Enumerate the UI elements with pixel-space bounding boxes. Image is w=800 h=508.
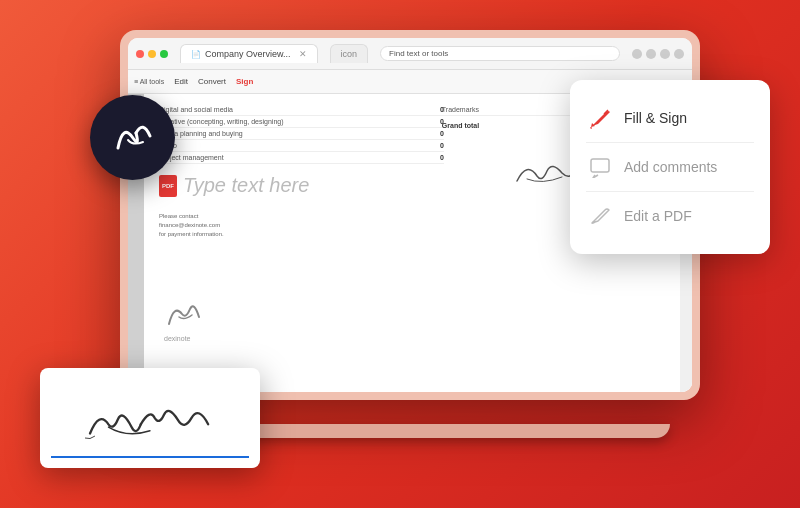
toolbar-all-tools[interactable]: ≡ All tools	[134, 78, 164, 85]
browser-actions	[632, 49, 684, 59]
edit-pdf-label: Edit a PDF	[624, 208, 692, 224]
table-row: Project management 0	[159, 152, 444, 164]
edit-pdf-icon	[589, 205, 611, 227]
toolbar-convert[interactable]: Convert	[198, 77, 226, 86]
fill-sign-icon	[588, 106, 612, 130]
table-row: Video 0	[159, 140, 444, 152]
popup-divider-1	[586, 142, 754, 143]
table-row: Media planning and buying 0	[159, 128, 444, 140]
contact-info: Please contactfinance@dexinote.comfor pa…	[159, 212, 392, 239]
browser-tab-secondary[interactable]: icon	[330, 44, 369, 63]
browser-action-icon[interactable]	[632, 49, 642, 59]
comment-icon	[589, 156, 611, 178]
grand-total-label: Grand total	[442, 122, 479, 129]
add-comments-label: Add comments	[624, 159, 717, 175]
signature-handwriting-icon	[70, 392, 230, 452]
fill-sign-popup: Fill & Sign Add comments Edit a PDF	[570, 80, 770, 254]
svg-rect-0	[591, 159, 609, 172]
type-text-placeholder: Type text here	[183, 174, 309, 197]
brand-logo-area: dexinote	[164, 299, 204, 342]
browser-action-icon[interactable]	[646, 49, 656, 59]
doc-table: Digital and social media 0 Creative (con…	[159, 104, 444, 164]
acrobat-badge	[90, 95, 175, 180]
browser-chrome: 📄 Company Overview... ✕ icon Find text o…	[128, 38, 692, 70]
browser-close-dot	[136, 50, 144, 58]
browser-tab-active[interactable]: 📄 Company Overview... ✕	[180, 44, 318, 63]
popup-edit-pdf[interactable]: Edit a PDF	[586, 194, 754, 238]
browser-max-dot	[160, 50, 168, 58]
browser-action-icon[interactable]	[674, 49, 684, 59]
browser-min-dot	[148, 50, 156, 58]
fill-sign-label: Fill & Sign	[624, 110, 687, 126]
popup-divider-2	[586, 191, 754, 192]
signature-card-inner	[51, 378, 249, 458]
toolbar-sign[interactable]: Sign	[236, 77, 253, 86]
toolbar-edit[interactable]: Edit	[174, 77, 188, 86]
comment-icon-wrapper	[586, 153, 614, 181]
signature-card	[40, 368, 260, 468]
brand-logo-icon	[164, 299, 204, 329]
browser-action-icon[interactable]	[660, 49, 670, 59]
brand-name: dexinote	[164, 335, 204, 342]
acrobat-icon	[108, 118, 158, 158]
address-bar[interactable]: Find text or tools	[380, 46, 620, 61]
pdf-icon: PDF	[159, 175, 177, 197]
edit-icon-wrapper	[586, 202, 614, 230]
popup-fill-sign[interactable]: Fill & Sign	[586, 96, 754, 140]
fill-sign-icon-wrapper	[586, 104, 614, 132]
popup-add-comments[interactable]: Add comments	[586, 145, 754, 189]
table-row: Digital and social media 0	[159, 104, 444, 116]
table-row: Creative (concepting, writing, designing…	[159, 116, 444, 128]
